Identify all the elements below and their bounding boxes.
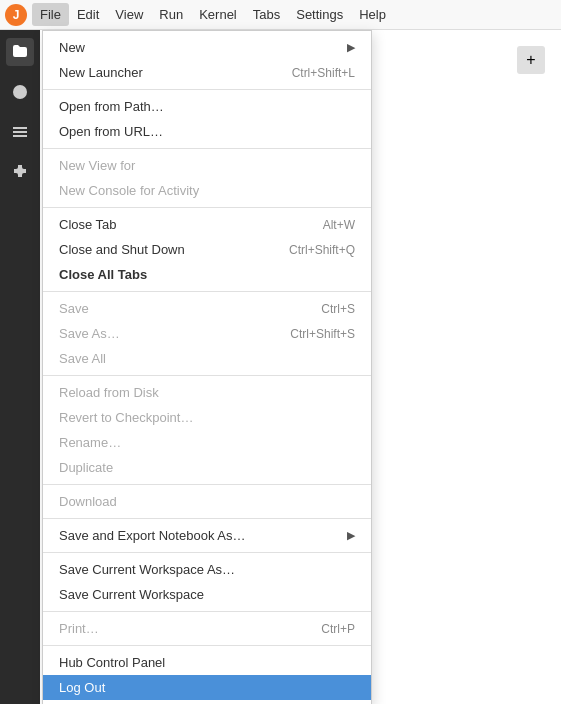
separator-9 xyxy=(43,611,371,612)
dropdown-export-label: Save and Export Notebook As… xyxy=(59,528,245,543)
dropdown-hub-control-label: Hub Control Panel xyxy=(59,655,165,670)
separator-3 xyxy=(43,207,371,208)
dropdown-logout-label: Log Out xyxy=(59,680,105,695)
dropdown-save-as: Save As… Ctrl+Shift+S xyxy=(43,321,371,346)
separator-5 xyxy=(43,375,371,376)
dropdown-reload: Reload from Disk xyxy=(43,380,371,405)
dropdown-save-shortcut: Ctrl+S xyxy=(321,302,355,316)
dropdown-save-as-shortcut: Ctrl+Shift+S xyxy=(290,327,355,341)
dropdown-new-console-label: New Console for Activity xyxy=(59,183,199,198)
dropdown-print-shortcut: Ctrl+P xyxy=(321,622,355,636)
dropdown-save-as-label: Save As… xyxy=(59,326,120,341)
dropdown-save: Save Ctrl+S xyxy=(43,296,371,321)
menu-tabs[interactable]: Tabs xyxy=(245,3,288,26)
dropdown-new-console: New Console for Activity xyxy=(43,178,371,203)
app-logo: J xyxy=(4,3,28,27)
sidebar-folder-icon[interactable] xyxy=(6,38,34,66)
dropdown-new[interactable]: New ▶ xyxy=(43,35,371,60)
menu-settings[interactable]: Settings xyxy=(288,3,351,26)
dropdown-revert: Revert to Checkpoint… xyxy=(43,405,371,430)
menu-bar: J File Edit View Run Kernel Tabs Setting… xyxy=(0,0,561,30)
dropdown-close-shutdown-shortcut: Ctrl+Shift+Q xyxy=(289,243,355,257)
dropdown-close-shutdown-label: Close and Shut Down xyxy=(59,242,185,257)
menu-edit[interactable]: Edit xyxy=(69,3,107,26)
dropdown-open-path[interactable]: Open from Path… xyxy=(43,94,371,119)
menu-view[interactable]: View xyxy=(107,3,151,26)
dropdown-new-view: New View for xyxy=(43,153,371,178)
sidebar-circle-icon[interactable] xyxy=(6,78,34,106)
svg-rect-4 xyxy=(13,131,27,133)
dropdown-download: Download xyxy=(43,489,371,514)
sidebar-puzzle-icon[interactable] xyxy=(6,158,34,186)
separator-7 xyxy=(43,518,371,519)
sidebar xyxy=(0,30,40,704)
dropdown-new-label: New xyxy=(59,40,85,55)
dropdown-new-launcher-label: New Launcher xyxy=(59,65,143,80)
svg-rect-3 xyxy=(13,127,27,129)
dropdown-save-workspace[interactable]: Save Current Workspace xyxy=(43,582,371,607)
dropdown-close-tab-label: Close Tab xyxy=(59,217,117,232)
dropdown-close-all-label: Close All Tabs xyxy=(59,267,147,282)
dropdown-export[interactable]: Save and Export Notebook As… ▶ xyxy=(43,523,371,548)
dropdown-download-label: Download xyxy=(59,494,117,509)
separator-1 xyxy=(43,89,371,90)
separator-10 xyxy=(43,645,371,646)
file-dropdown-menu: New ▶ New Launcher Ctrl+Shift+L Open fro… xyxy=(42,30,372,704)
dropdown-print: Print… Ctrl+P xyxy=(43,616,371,641)
svg-point-2 xyxy=(13,85,27,99)
menu-file[interactable]: File xyxy=(32,3,69,26)
dropdown-new-launcher[interactable]: New Launcher Ctrl+Shift+L xyxy=(43,60,371,85)
svg-text:J: J xyxy=(13,8,20,22)
dropdown-rename-label: Rename… xyxy=(59,435,121,450)
dropdown-open-path-label: Open from Path… xyxy=(59,99,164,114)
dropdown-close-tab-shortcut: Alt+W xyxy=(323,218,355,232)
dropdown-open-url[interactable]: Open from URL… xyxy=(43,119,371,144)
menu-run[interactable]: Run xyxy=(151,3,191,26)
dropdown-rename: Rename… xyxy=(43,430,371,455)
dropdown-save-workspace-as-label: Save Current Workspace As… xyxy=(59,562,235,577)
dropdown-print-label: Print… xyxy=(59,621,99,636)
separator-8 xyxy=(43,552,371,553)
dropdown-reload-label: Reload from Disk xyxy=(59,385,159,400)
menu-kernel[interactable]: Kernel xyxy=(191,3,245,26)
dropdown-open-url-label: Open from URL… xyxy=(59,124,163,139)
dropdown-new-arrow: ▶ xyxy=(347,41,355,54)
new-tab-button[interactable]: + xyxy=(517,46,545,74)
menu-help[interactable]: Help xyxy=(351,3,394,26)
dropdown-logout[interactable]: Log Out xyxy=(43,675,371,700)
dropdown-save-label: Save xyxy=(59,301,89,316)
dropdown-save-workspace-as[interactable]: Save Current Workspace As… xyxy=(43,557,371,582)
separator-6 xyxy=(43,484,371,485)
svg-rect-5 xyxy=(13,135,27,137)
dropdown-close-shutdown[interactable]: Close and Shut Down Ctrl+Shift+Q xyxy=(43,237,371,262)
dropdown-save-all: Save All xyxy=(43,346,371,371)
dropdown-save-all-label: Save All xyxy=(59,351,106,366)
dropdown-duplicate: Duplicate xyxy=(43,455,371,480)
dropdown-revert-label: Revert to Checkpoint… xyxy=(59,410,193,425)
dropdown-duplicate-label: Duplicate xyxy=(59,460,113,475)
dropdown-new-view-label: New View for xyxy=(59,158,135,173)
separator-4 xyxy=(43,291,371,292)
separator-2 xyxy=(43,148,371,149)
dropdown-export-arrow: ▶ xyxy=(347,529,355,542)
sidebar-list-icon[interactable] xyxy=(6,118,34,146)
dropdown-close-all[interactable]: Close All Tabs xyxy=(43,262,371,287)
dropdown-save-workspace-label: Save Current Workspace xyxy=(59,587,204,602)
dropdown-close-tab[interactable]: Close Tab Alt+W xyxy=(43,212,371,237)
dropdown-hub-control[interactable]: Hub Control Panel xyxy=(43,650,371,675)
dropdown-new-launcher-shortcut: Ctrl+Shift+L xyxy=(292,66,355,80)
